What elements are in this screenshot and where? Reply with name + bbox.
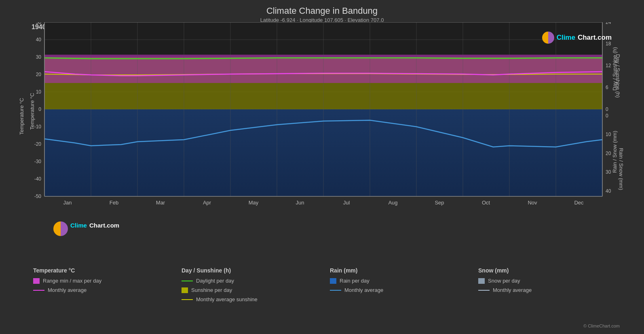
temp-range-swatch — [33, 278, 40, 284]
legend-label-snow: Snow per day — [488, 278, 520, 284]
svg-text:50: 50 — [36, 22, 42, 25]
legend-label-sunshine-avg: Monthly average sunshine — [196, 296, 258, 302]
svg-text:Temperature °C: Temperature °C — [29, 93, 35, 130]
legend-label-temp-range: Range min / max per day — [43, 278, 101, 284]
sunshine-avg-line — [182, 299, 193, 300]
svg-text:12: 12 — [606, 63, 611, 68]
legend-label-rain: Rain per day — [340, 278, 370, 284]
y-axis-right-top-label: Day / Sunshine (h) — [615, 54, 621, 98]
legend-item-snow: Snow per day — [478, 278, 617, 284]
svg-text:Sep: Sep — [435, 200, 444, 206]
legend-area: Temperature °C Range min / max per day M… — [28, 264, 622, 331]
temp-avg-line — [33, 290, 44, 291]
legend-col-snow: Snow (mm) Snow per day Monthly average — [473, 264, 622, 331]
svg-text:May: May — [249, 200, 259, 206]
svg-text:Nov: Nov — [528, 200, 537, 206]
svg-text:10: 10 — [36, 89, 42, 95]
svg-text:0: 0 — [606, 106, 608, 112]
chart-title: Climate Change in Bandung — [0, 0, 644, 16]
legend-col-temperature: Temperature °C Range min / max per day M… — [28, 264, 177, 331]
legend-item-rain: Rain per day — [330, 278, 469, 284]
main-container: Climate Change in Bandung Latitude -6.92… — [0, 0, 644, 334]
svg-text:40: 40 — [606, 188, 611, 194]
svg-text:6: 6 — [606, 85, 608, 90]
legend-item-rain-avg: Monthly average — [330, 287, 469, 293]
legend-col-rain: Rain (mm) Rain per day Monthly average — [325, 264, 473, 331]
legend-title-snow: Snow (mm) — [478, 267, 617, 274]
svg-text:Oct: Oct — [482, 200, 490, 206]
sunshine-swatch — [182, 287, 188, 293]
logo-text-topright: Clime — [557, 34, 575, 42]
rain-swatch — [330, 278, 336, 284]
svg-text:Apr: Apr — [203, 200, 211, 206]
svg-text:Rain / Snow (mm): Rain / Snow (mm) — [612, 131, 618, 173]
svg-text:Feb: Feb — [110, 200, 118, 206]
svg-text:Jul: Jul — [343, 200, 350, 206]
legend-label-sunshine: Sunshine per day — [191, 287, 232, 293]
svg-text:24: 24 — [606, 22, 611, 25]
svg-text:Aug: Aug — [388, 200, 397, 206]
rain-avg-line — [330, 290, 341, 291]
svg-text:20: 20 — [36, 72, 42, 77]
snow-avg-line — [478, 290, 490, 291]
legend-item-sunshine: Sunshine per day — [182, 287, 320, 293]
svg-text:Jun: Jun — [296, 200, 304, 206]
y-axis-right-bottom-label: Rain / Snow (mm) — [618, 148, 624, 190]
legend-item-temp-range: Range min / max per day — [33, 278, 172, 284]
daylight-line — [182, 281, 193, 281]
legend-label-rain-avg: Monthly average — [344, 287, 383, 293]
svg-text:20: 20 — [606, 151, 611, 156]
svg-text:-20: -20 — [34, 141, 42, 147]
svg-text:Jan: Jan — [63, 200, 72, 206]
legend-col-sunshine: Day / Sunshine (h) Daylight per day Suns… — [177, 264, 325, 331]
svg-text:-50: -50 — [34, 194, 42, 199]
svg-text:-10: -10 — [34, 124, 42, 130]
legend-item-snow-avg: Monthly average — [478, 287, 617, 293]
y-axis-left-label: Temperature °C — [19, 98, 25, 135]
svg-text:10: 10 — [606, 132, 611, 137]
legend-label-daylight: Daylight per day — [196, 278, 234, 284]
svg-text:Clime: Clime — [70, 222, 87, 229]
snow-swatch — [478, 278, 485, 284]
svg-text:Mar: Mar — [156, 200, 165, 206]
legend-title-temperature: Temperature °C — [33, 267, 172, 274]
svg-text:-40: -40 — [34, 176, 42, 182]
svg-text:Dec: Dec — [574, 200, 584, 206]
legend-title-sunshine: Day / Sunshine (h) — [182, 267, 320, 274]
svg-text:0: 0 — [606, 113, 608, 119]
svg-text:30: 30 — [36, 54, 42, 60]
svg-text:Chart.com: Chart.com — [89, 222, 119, 229]
svg-text:30: 30 — [606, 169, 611, 175]
svg-text:40: 40 — [36, 37, 42, 43]
svg-text:0: 0 — [38, 106, 41, 112]
legend-item-temp-avg: Monthly average — [33, 287, 172, 293]
legend-title-rain: Rain (mm) — [330, 267, 469, 274]
legend-item-sunshine-avg: Monthly average sunshine — [182, 296, 320, 302]
legend-item-daylight: Daylight per day — [182, 278, 320, 284]
legend-label-snow-avg: Monthly average — [493, 287, 532, 293]
legend-label-temp-avg: Monthly average — [48, 287, 87, 293]
main-chart: 50 40 30 20 10 0 -10 -20 -30 -40 -50 24 … — [28, 22, 622, 255]
copyright-text: © ClimeChart.com — [583, 323, 620, 328]
svg-text:-30: -30 — [34, 159, 42, 164]
logo-topright: ClimeChart.com — [542, 32, 612, 44]
logo-circle-topright — [542, 32, 554, 44]
